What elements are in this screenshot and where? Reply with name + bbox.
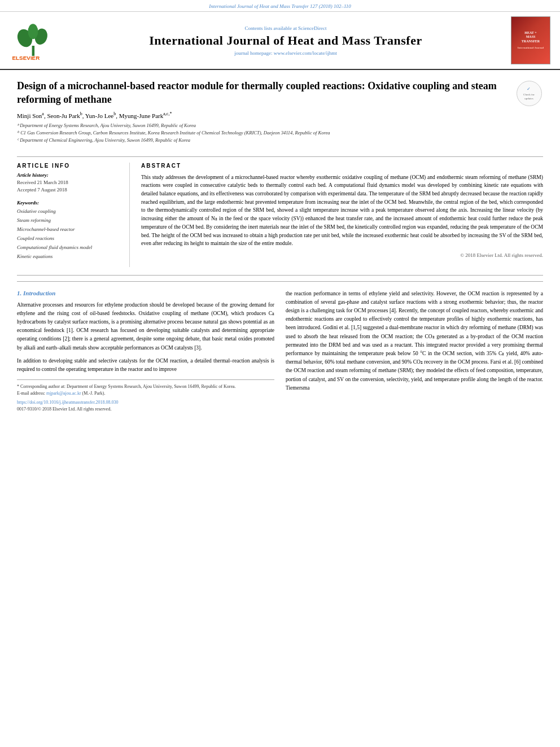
issn-line: 0017-9310/© 2018 Elsevier Ltd. All right… bbox=[17, 406, 274, 413]
article-title-section: Design of a microchannel-based reactor m… bbox=[17, 79, 543, 151]
accepted-date: Accepted 7 August 2018 bbox=[17, 186, 123, 194]
corresponding-author-note: * Corresponding author at: Department of… bbox=[17, 383, 274, 390]
sciencedirect-link-text[interactable]: ScienceDirect bbox=[298, 25, 326, 31]
check-badge-circle: ✓ Check forupdates bbox=[517, 81, 542, 106]
abstract-column: ABSTRACT This study addresses the develo… bbox=[141, 163, 543, 267]
affiliations: ᵃ Department of Energy Systems Research,… bbox=[17, 122, 509, 143]
two-column-section: 1. Introduction Alternative processes an… bbox=[17, 281, 543, 413]
email-suffix: (M.-J. Park). bbox=[82, 391, 106, 396]
keyword-2: Steam reforming bbox=[17, 216, 123, 225]
article-main-title: Design of a microchannel-based reactor m… bbox=[17, 79, 509, 107]
page: International Journal of Heat and Mass T… bbox=[0, 0, 560, 747]
email-note: E-mail address: mjpark@ajou.ac.kr (M.-J.… bbox=[17, 390, 274, 397]
doi-section: https://doi.org/10.1016/j.ijheatmasstran… bbox=[17, 399, 274, 406]
affiliation-a: ᵃ Department of Energy Systems Research,… bbox=[17, 122, 509, 129]
section-number: 1. bbox=[17, 290, 21, 296]
affiliation-c: ᶜ Department of Chemical Engineering, Aj… bbox=[17, 137, 509, 144]
keywords-block: Keywords: Oxidative coupling Steam refor… bbox=[17, 200, 123, 261]
article-title-text: Design of a microchannel-based reactor m… bbox=[17, 79, 509, 146]
elsevier-logo-container: ELSEVIER bbox=[7, 16, 63, 64]
check-for-updates-badge: ✓ Check forupdates bbox=[515, 79, 543, 107]
cover-line1: HEAT + bbox=[518, 31, 544, 36]
journal-header: ELSEVIER Contents lists available at Sci… bbox=[0, 12, 560, 70]
article-info-title: ARTICLE INFO bbox=[17, 163, 123, 169]
journal-title-center: Contents lists available at ScienceDirec… bbox=[69, 16, 502, 64]
introduction-heading: 1. Introduction bbox=[17, 290, 274, 296]
divider-2 bbox=[17, 275, 543, 276]
article-authors: Minji Sona, Seon-Ju Parkb, Yun-Jo Leeb, … bbox=[17, 111, 509, 119]
keyword-1: Oxidative coupling bbox=[17, 207, 123, 216]
abstract-title: ABSTRACT bbox=[141, 163, 543, 169]
article-history-block: Article history: Received 21 March 2018 … bbox=[17, 172, 123, 194]
right-text-column: the reaction performance in terms of eth… bbox=[286, 290, 543, 413]
divider-1 bbox=[17, 156, 543, 157]
svg-rect-0 bbox=[32, 46, 35, 56]
received-date: Received 21 March 2018 bbox=[17, 179, 123, 187]
keyword-4: Coupled reactions bbox=[17, 234, 123, 243]
intro-paragraph-2: In addition to developing stable and sel… bbox=[17, 357, 274, 374]
sciencedirect-info: Contents lists available at ScienceDirec… bbox=[245, 25, 327, 31]
cover-line2: MASS bbox=[518, 35, 544, 40]
email-label: E-mail address: bbox=[17, 391, 46, 396]
article-info-column: ARTICLE INFO Article history: Received 2… bbox=[17, 163, 130, 267]
cover-line3: TRANSFER bbox=[518, 40, 544, 44]
keyword-3: Microchannel-based reactor bbox=[17, 225, 123, 234]
sciencedirect-prefix: Contents lists available at bbox=[245, 25, 298, 31]
svg-text:ELSEVIER: ELSEVIER bbox=[12, 55, 40, 61]
copyright-line: © 2018 Elsevier Ltd. All rights reserved… bbox=[141, 252, 543, 258]
history-label: Article history: bbox=[17, 172, 123, 178]
section-title: Introduction bbox=[23, 290, 55, 296]
main-content: Design of a microchannel-based reactor m… bbox=[0, 70, 560, 422]
keyword-5: Computational fluid dynamics model bbox=[17, 243, 123, 252]
doi-link[interactable]: https://doi.org/10.1016/j.ijheatmasstran… bbox=[17, 400, 118, 405]
left-text-column: 1. Introduction Alternative processes an… bbox=[17, 290, 274, 413]
journal-cover-image: HEAT + MASS TRANSFER International Journ… bbox=[511, 16, 550, 64]
svg-point-3 bbox=[28, 24, 38, 39]
keyword-6: Kinetic equations bbox=[17, 252, 123, 261]
cover-text-line1: HEAT + MASS TRANSFER International Journ… bbox=[518, 31, 544, 50]
journal-main-title: International Journal of Heat and Mass T… bbox=[149, 33, 422, 48]
affiliation-b: ᵇ C1 Gas Conversion Research Group, Carb… bbox=[17, 129, 509, 137]
email-link[interactable]: mjpark@ajou.ac.kr bbox=[46, 391, 81, 396]
journal-citation: International Journal of Heat and Mass T… bbox=[209, 3, 351, 9]
journal-homepage-link[interactable]: journal homepage: www.elsevier.com/locat… bbox=[234, 50, 336, 56]
intro-paragraph-1: Alternative processes and resources for … bbox=[17, 301, 274, 352]
footnote-section: * Corresponding author at: Department of… bbox=[17, 379, 274, 413]
elsevier-logo-icon: ELSEVIER bbox=[10, 20, 60, 61]
article-body: ARTICLE INFO Article history: Received 2… bbox=[17, 163, 543, 267]
right-paragraph-1: the reaction performance in terms of eth… bbox=[286, 290, 543, 392]
journal-top-bar: International Journal of Heat and Mass T… bbox=[0, 0, 560, 12]
keywords-list: Oxidative coupling Steam reforming Micro… bbox=[17, 207, 123, 261]
journal-cover-container: HEAT + MASS TRANSFER International Journ… bbox=[508, 16, 553, 64]
check-badge-text: ✓ Check forupdates bbox=[523, 86, 535, 100]
abstract-text: This study addresses the development of … bbox=[141, 173, 543, 248]
keywords-label: Keywords: bbox=[17, 200, 123, 206]
